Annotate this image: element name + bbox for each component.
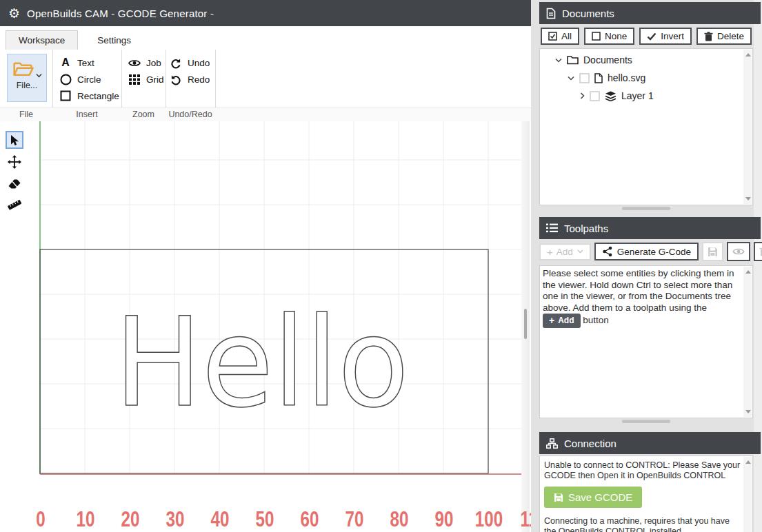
ruler-number: 110 [520,507,531,532]
canvas-scrollbar-thumb[interactable] [524,309,527,339]
app-title: OpenBuilds CAM - GCODE Generator - [27,8,214,19]
zoom-job-button[interactable]: Job [128,55,161,70]
share-nodes-icon [602,246,613,257]
checkbox-checked-icon [548,32,557,41]
scroll-down-icon[interactable] [745,197,751,201]
invert-selection-button[interactable]: Invert [639,28,692,45]
insert-text-label: Text [77,58,94,68]
rectangle-icon [59,90,72,101]
scroll-up-icon[interactable] [745,460,751,464]
zoom-grid-label: Grid [146,74,164,85]
insert-rectangle-button[interactable]: Rectangle [59,88,119,103]
documents-hscrollbar[interactable] [539,207,753,211]
scroll-down-icon[interactable] [745,410,751,413]
tree-row-documents[interactable]: Documents [540,51,752,69]
tab-bar: Workspace Settings [0,26,531,50]
group-label-zoom: Zoom [121,110,166,119]
plus-icon: + [547,247,553,257]
ribbon-group-labels: File Insert Zoom Undo/Redo [0,108,531,122]
cursor-icon [10,134,20,146]
toolpaths-content-box: Please select some entities by clicking … [539,265,753,418]
tab-settings[interactable]: Settings [85,31,143,50]
erase-tool-button[interactable] [6,175,23,193]
caret-down-icon [577,249,583,254]
layer-checkbox[interactable] [590,91,600,101]
undo-icon [170,57,182,70]
add-toolpath-button[interactable]: + Add [539,243,591,260]
chevron-right-icon[interactable] [580,92,585,99]
redo-button[interactable]: Redo [170,72,210,87]
eye-icon [128,59,141,68]
documents-tree-box: Documents hello.svg [539,48,753,205]
redo-icon [170,73,182,86]
eraser-icon [8,178,21,190]
save-gcode-button[interactable]: Save GCODE [544,487,642,508]
toolpaths-panel-header: Toolpaths [539,217,761,239]
connection-panel-header: Connection [539,432,761,454]
group-label-file: File [0,110,52,119]
ruler-number: 90 [435,507,454,532]
app-window: ⚙ OpenBuilds CAM - GCODE Generator - Wor… [0,0,762,532]
group-label-insert: Insert [52,110,121,119]
ruler-number: 40 [211,507,230,532]
undo-button[interactable]: Undo [170,55,210,70]
right-sidebar: Documents All None Invert [531,0,762,532]
toolpaths-hscrollbar[interactable] [539,420,753,424]
insert-text-button[interactable]: A Text [59,55,94,70]
ruler-number: 20 [121,507,140,532]
save-toolpath-button[interactable] [702,242,723,261]
layers-icon [605,91,616,101]
tree-label-documents[interactable]: Documents [583,54,632,65]
canvas-area[interactable]: Hello [0,121,531,532]
documents-scrollbar[interactable] [743,50,752,204]
connection-info-text: Connecting to a machine, requires that y… [540,508,752,532]
toolpaths-hscrollbar-thumb[interactable] [622,420,670,423]
select-tool-button[interactable] [6,131,23,149]
generate-gcode-button[interactable]: Generate G-Code [594,243,699,260]
tree-label-layer[interactable]: Layer 1 [621,90,654,101]
checkbox-empty-icon [592,32,601,41]
file-menu-button[interactable]: File... [7,54,47,102]
trash-icon [759,247,762,256]
drawing-canvas[interactable]: Hello [26,121,530,532]
chevron-down-icon[interactable] [568,76,574,81]
title-bar: ⚙ OpenBuilds CAM - GCODE Generator - [0,0,531,26]
file-button-label: File... [17,81,38,90]
insert-rectangle-label: Rectangle [77,91,119,101]
insert-circle-button[interactable]: Circle [59,72,101,87]
zoom-grid-button[interactable]: Grid [128,72,164,87]
select-none-button[interactable]: None [584,28,634,45]
canvas-scrollbar[interactable] [521,121,530,532]
tree-row-layer[interactable]: Layer 1 [540,87,752,105]
grid-icon [128,74,141,85]
select-all-button[interactable]: All [541,28,579,45]
documents-hscrollbar-thumb[interactable] [622,207,670,210]
file-icon [594,73,603,83]
move-tool-button[interactable] [6,153,23,171]
file-checkbox[interactable] [579,73,590,83]
circle-icon [59,74,72,85]
x-axis-ruler: 0102030405060708090100110 [0,507,531,532]
measure-tool-button[interactable] [6,196,23,214]
documents-panel-header: Documents [539,2,761,24]
scroll-up-icon[interactable] [745,270,751,274]
toolpaths-scrollbar[interactable] [743,267,752,417]
documents-panel-title: Documents [562,8,614,19]
gear-icon[interactable]: ⚙ [8,7,20,20]
tree-label-file[interactable]: hello.svg [608,72,645,83]
hello-text-outline[interactable]: Hello [114,291,409,434]
tab-workspace[interactable]: Workspace [6,30,78,50]
connection-scrollbar[interactable] [743,457,752,532]
toggle-visibility-button[interactable] [727,242,750,261]
delete-toolpath-button[interactable] [754,242,762,261]
add-badge-button[interactable]: + Add [543,314,581,328]
tree-row-file[interactable]: hello.svg [540,69,752,87]
move-icon [8,155,21,169]
plus-icon: + [549,316,554,325]
chevron-down-icon[interactable] [555,58,562,63]
delete-button[interactable]: Delete [696,28,752,45]
toolpaths-message: Please select some entities by clicking … [540,266,752,328]
trash-icon [704,32,713,41]
documents-button-row: All None Invert Delete [539,28,753,45]
scroll-up-icon[interactable] [745,53,751,57]
